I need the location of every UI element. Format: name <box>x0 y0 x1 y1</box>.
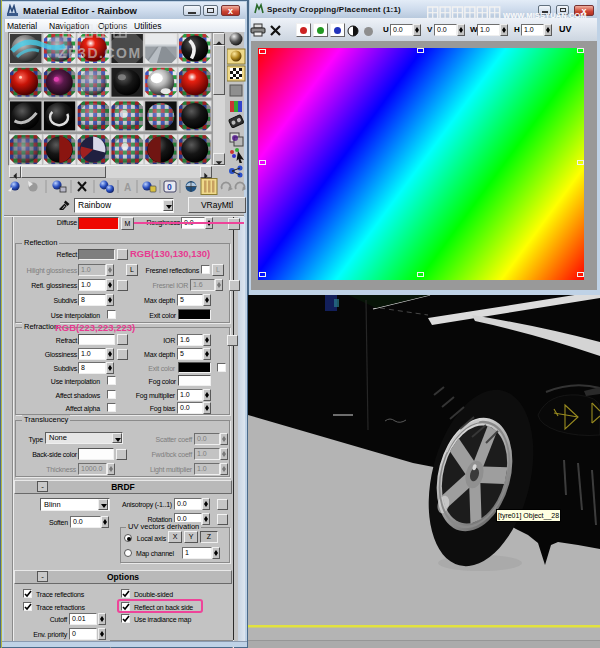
svg-text:0: 0 <box>167 182 172 192</box>
svg-text:ZF3D.COM: ZF3D.COM <box>58 45 142 61</box>
svg-text:A: A <box>124 182 131 193</box>
